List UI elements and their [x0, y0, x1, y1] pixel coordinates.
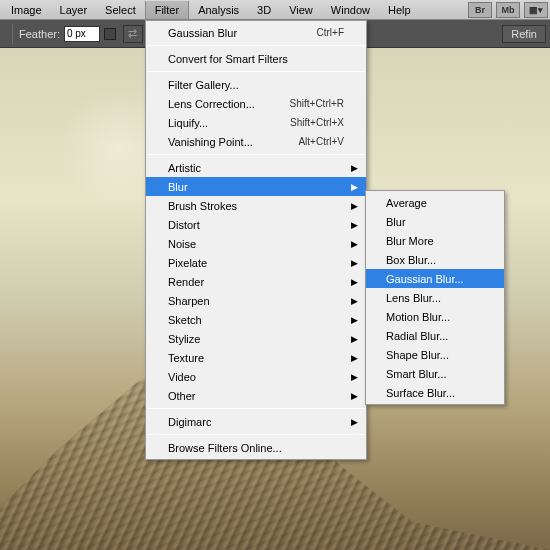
chevron-right-icon: ▶ — [351, 417, 358, 427]
submenu-average[interactable]: Average — [366, 193, 504, 212]
menu-group-stylize[interactable]: Stylize▶ — [146, 329, 366, 348]
chevron-right-icon: ▶ — [351, 163, 358, 173]
menu-group-distort[interactable]: Distort▶ — [146, 215, 366, 234]
filter-dropdown: Gaussian Blur Ctrl+F Convert for Smart F… — [145, 20, 367, 460]
minibridge-icon[interactable]: Mb — [496, 2, 520, 18]
menu-window[interactable]: Window — [322, 1, 379, 19]
menu-group-video[interactable]: Video▶ — [146, 367, 366, 386]
menu-help[interactable]: Help — [379, 1, 420, 19]
divider — [147, 45, 365, 46]
menu-view[interactable]: View — [280, 1, 322, 19]
menu-lens-correction[interactable]: Lens Correction...Shift+Ctrl+R — [146, 94, 366, 113]
chevron-right-icon: ▶ — [351, 315, 358, 325]
feather-input[interactable] — [64, 26, 100, 42]
chevron-right-icon: ▶ — [351, 277, 358, 287]
antialias-checkbox[interactable] — [104, 28, 116, 40]
divider — [147, 408, 365, 409]
chevron-right-icon: ▶ — [351, 391, 358, 401]
submenu-smart-blur[interactable]: Smart Blur... — [366, 364, 504, 383]
menu-group-render[interactable]: Render▶ — [146, 272, 366, 291]
submenu-lens-blur[interactable]: Lens Blur... — [366, 288, 504, 307]
menu-layer[interactable]: Layer — [51, 1, 97, 19]
menu-group-brush-strokes[interactable]: Brush Strokes▶ — [146, 196, 366, 215]
submenu-shape-blur[interactable]: Shape Blur... — [366, 345, 504, 364]
menu-group-pixelate[interactable]: Pixelate▶ — [146, 253, 366, 272]
menu-last-filter[interactable]: Gaussian Blur Ctrl+F — [146, 23, 366, 42]
bridge-icon[interactable]: Br — [468, 2, 492, 18]
divider — [147, 154, 365, 155]
menu-digimarc[interactable]: Digimarc▶ — [146, 412, 366, 431]
submenu-blur-more[interactable]: Blur More — [366, 231, 504, 250]
blur-submenu: AverageBlurBlur MoreBox Blur...Gaussian … — [365, 190, 505, 405]
menu-group-sharpen[interactable]: Sharpen▶ — [146, 291, 366, 310]
chevron-right-icon: ▶ — [351, 239, 358, 249]
divider — [147, 71, 365, 72]
chevron-right-icon: ▶ — [351, 372, 358, 382]
menu-image[interactable]: Image — [2, 1, 51, 19]
menu-vanishing-point[interactable]: Vanishing Point...Alt+Ctrl+V — [146, 132, 366, 151]
menu-group-sketch[interactable]: Sketch▶ — [146, 310, 366, 329]
menu-group-blur[interactable]: Blur▶ — [146, 177, 366, 196]
chevron-right-icon: ▶ — [351, 334, 358, 344]
menu-filter[interactable]: Filter — [145, 1, 189, 19]
chevron-right-icon: ▶ — [351, 296, 358, 306]
menu-analysis[interactable]: Analysis — [189, 1, 248, 19]
menu-group-other[interactable]: Other▶ — [146, 386, 366, 405]
menu-group-texture[interactable]: Texture▶ — [146, 348, 366, 367]
divider — [147, 434, 365, 435]
menu-convert-smart[interactable]: Convert for Smart Filters — [146, 49, 366, 68]
main-menubar: Image Layer Select Filter Analysis 3D Vi… — [0, 0, 550, 20]
swap-icon[interactable]: ⇄ — [123, 25, 143, 43]
submenu-gaussian-blur[interactable]: Gaussian Blur... — [366, 269, 504, 288]
refine-button[interactable]: Refin — [502, 25, 546, 43]
feather-label: Feather: — [19, 28, 60, 40]
menu-3d[interactable]: 3D — [248, 1, 280, 19]
chevron-right-icon: ▶ — [351, 258, 358, 268]
chevron-right-icon: ▶ — [351, 182, 358, 192]
chevron-right-icon: ▶ — [351, 353, 358, 363]
menu-browse-online[interactable]: Browse Filters Online... — [146, 438, 366, 457]
last-filter-label: Gaussian Blur — [168, 27, 317, 39]
menu-group-noise[interactable]: Noise▶ — [146, 234, 366, 253]
menu-filter-gallery[interactable]: Filter Gallery... — [146, 75, 366, 94]
menu-select[interactable]: Select — [96, 1, 145, 19]
submenu-motion-blur[interactable]: Motion Blur... — [366, 307, 504, 326]
menu-liquify[interactable]: Liquify...Shift+Ctrl+X — [146, 113, 366, 132]
film-icon[interactable]: ▦▾ — [524, 2, 548, 18]
chevron-right-icon: ▶ — [351, 220, 358, 230]
submenu-box-blur[interactable]: Box Blur... — [366, 250, 504, 269]
last-filter-shortcut: Ctrl+F — [317, 27, 345, 38]
menu-group-artistic[interactable]: Artistic▶ — [146, 158, 366, 177]
submenu-blur[interactable]: Blur — [366, 212, 504, 231]
submenu-surface-blur[interactable]: Surface Blur... — [366, 383, 504, 402]
chevron-right-icon: ▶ — [351, 201, 358, 211]
submenu-radial-blur[interactable]: Radial Blur... — [366, 326, 504, 345]
